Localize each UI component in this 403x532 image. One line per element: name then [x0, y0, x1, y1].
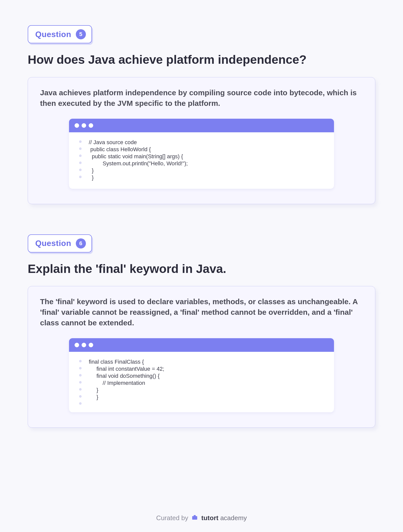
line-gutter: [79, 139, 82, 181]
code-line: public static void main(String[] args) {: [89, 153, 188, 160]
footer-brand-sub: academy: [218, 514, 247, 522]
svg-rect-1: [194, 515, 196, 516]
footer-brand-main: tutort: [201, 514, 218, 522]
window-dot-icon: [75, 343, 79, 347]
code-line: }: [89, 394, 164, 401]
answer-text: The 'final' keyword is used to declare v…: [40, 296, 363, 328]
answer-card: Java achieves platform independence by c…: [28, 77, 375, 204]
svg-rect-0: [192, 516, 197, 520]
code-line: }: [89, 387, 164, 394]
footer-curated-label: Curated by: [156, 514, 188, 522]
page-content: Question 5 How does Java achieve platfor…: [28, 25, 375, 428]
line-dot-icon: [79, 140, 82, 143]
line-dot-icon: [79, 176, 82, 178]
window-dot-icon: [75, 123, 79, 128]
question-badge: Question 6: [28, 234, 92, 253]
code-line: // Implementation: [89, 380, 164, 387]
question-title: Explain the 'final' keyword in Java.: [28, 262, 375, 276]
window-dot-icon: [82, 123, 86, 128]
window-dot-icon: [89, 123, 93, 128]
footer-brand: tutort academy: [201, 514, 247, 522]
code-line: }: [89, 167, 188, 174]
code-line: }: [89, 174, 188, 181]
code-lines: // Java source code public class HelloWo…: [89, 139, 188, 181]
line-dot-icon: [79, 367, 82, 369]
code-line: final int constantValue = 42;: [89, 365, 164, 372]
line-gutter: [79, 358, 82, 405]
briefcase-icon: [192, 515, 198, 522]
answer-card: The 'final' keyword is used to declare v…: [28, 286, 375, 428]
line-dot-icon: [79, 154, 82, 157]
code-window: final class FinalClass { final int const…: [69, 338, 334, 412]
question-title: How does Java achieve platform independe…: [28, 52, 375, 67]
code-line: public class HelloWorld {: [89, 146, 188, 153]
line-dot-icon: [79, 374, 82, 377]
code-window-header: [69, 338, 334, 352]
code-body: final class FinalClass { final int const…: [69, 352, 334, 412]
line-dot-icon: [79, 395, 82, 398]
code-line: final class FinalClass {: [89, 358, 164, 365]
question-block: Question 6 Explain the 'final' keyword i…: [28, 234, 375, 428]
code-line: final void doSomething() {: [89, 372, 164, 380]
footer: Curated by tutort academy: [0, 514, 403, 522]
window-dot-icon: [82, 343, 86, 347]
line-dot-icon: [79, 162, 82, 164]
question-badge: Question 5: [28, 25, 92, 43]
code-lines: final class FinalClass { final int const…: [89, 358, 164, 405]
answer-text: Java achieves platform independence by c…: [40, 87, 363, 109]
code-window: // Java source code public class HelloWo…: [69, 119, 334, 189]
question-badge-label: Question: [35, 239, 71, 248]
code-line: System.out.println("Hello, World!");: [89, 160, 188, 167]
question-badge-label: Question: [35, 30, 71, 39]
code-body: // Java source code public class HelloWo…: [69, 132, 334, 189]
line-dot-icon: [79, 381, 82, 384]
line-dot-icon: [79, 360, 82, 362]
line-dot-icon: [79, 147, 82, 150]
line-dot-icon: [79, 402, 82, 405]
question-block: Question 5 How does Java achieve platfor…: [28, 25, 375, 204]
question-badge-number: 5: [76, 29, 86, 39]
code-line: // Java source code: [89, 139, 188, 146]
line-dot-icon: [79, 388, 82, 391]
line-dot-icon: [79, 169, 82, 171]
window-dot-icon: [89, 343, 93, 347]
question-badge-number: 6: [76, 238, 86, 248]
code-window-header: [69, 119, 334, 132]
